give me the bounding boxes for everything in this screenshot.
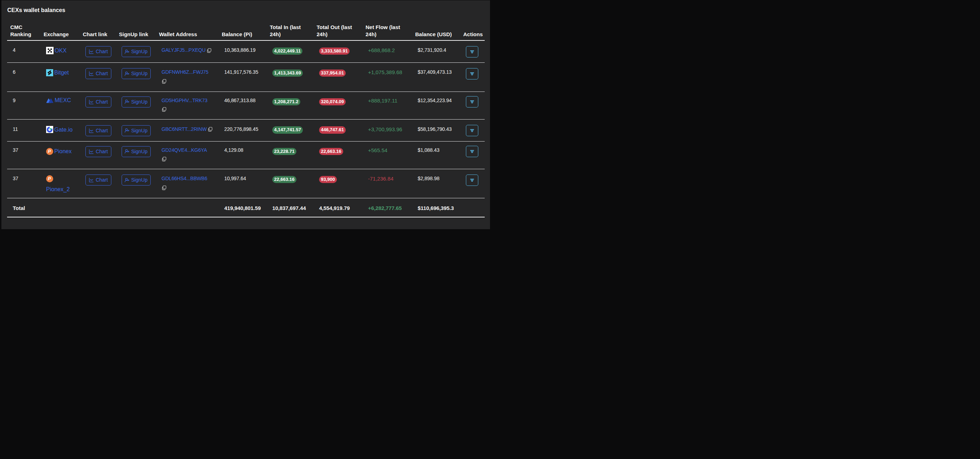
svg-text:P: P	[48, 149, 51, 154]
svg-text:P: P	[48, 176, 51, 181]
